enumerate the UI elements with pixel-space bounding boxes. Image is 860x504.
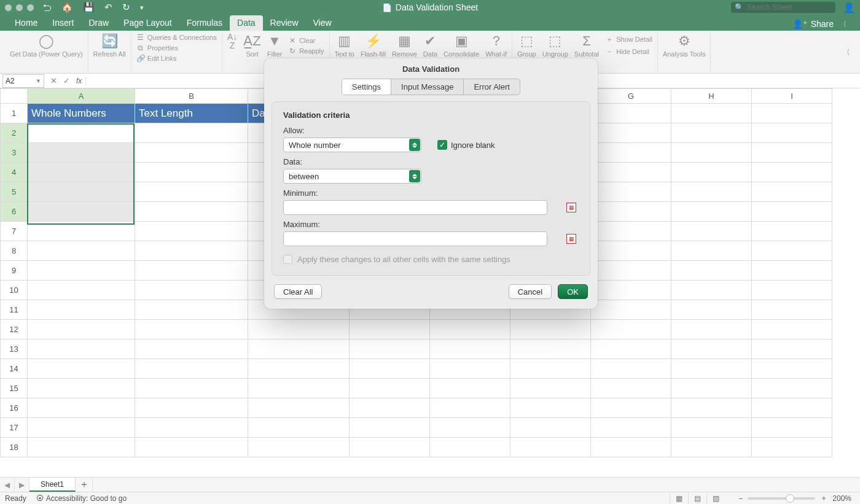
cell[interactable] <box>248 418 350 438</box>
row-header[interactable]: 11 <box>1 300 28 320</box>
window-controls[interactable] <box>5 4 34 11</box>
cell[interactable] <box>350 320 430 339</box>
row-header[interactable]: 2 <box>1 123 28 143</box>
cell[interactable] <box>135 222 248 241</box>
home-icon[interactable]: ⮌ <box>42 2 52 13</box>
ignore-blank-checkbox[interactable]: ✓Ignore blank <box>437 140 495 150</box>
col-header-H[interactable]: H <box>671 89 752 104</box>
cell[interactable]: Text Length <box>135 104 248 123</box>
cell[interactable] <box>591 398 671 418</box>
zoom-in-button[interactable]: ＋ <box>820 493 827 503</box>
sort-button[interactable]: A̲ZSort <box>243 33 260 58</box>
cell[interactable] <box>591 222 671 241</box>
cell[interactable] <box>135 379 248 398</box>
cell[interactable] <box>135 202 248 222</box>
consolidate-button[interactable]: ▣Consolidate <box>444 33 479 58</box>
row-header[interactable]: 7 <box>1 222 28 241</box>
cell[interactable] <box>135 418 248 438</box>
name-box[interactable]: A2▼ <box>2 74 44 88</box>
cell[interactable] <box>671 123 752 143</box>
cell[interactable] <box>671 202 752 222</box>
cell[interactable] <box>591 202 671 222</box>
cell[interactable] <box>248 359 350 379</box>
col-header-A[interactable]: A <box>28 89 135 104</box>
search-input[interactable] <box>747 3 832 12</box>
sheet-tab[interactable]: Sheet1 <box>29 478 76 492</box>
col-header-B[interactable]: B <box>135 89 248 104</box>
profile-icon[interactable]: 👤 <box>843 2 855 14</box>
fx-icon[interactable]: fx <box>76 77 86 85</box>
row-header[interactable]: 6 <box>1 202 28 222</box>
row-header[interactable]: 5 <box>1 182 28 202</box>
col-header-G[interactable]: G <box>591 89 671 104</box>
cell[interactable] <box>430 379 510 398</box>
cell[interactable] <box>671 281 752 300</box>
cell[interactable] <box>28 300 135 320</box>
row-header[interactable]: 10 <box>1 281 28 300</box>
remove-duplicates-button[interactable]: ▦Remove <box>392 33 417 58</box>
row-header[interactable]: 16 <box>1 398 28 418</box>
cell[interactable] <box>28 222 135 241</box>
tab-review[interactable]: Review <box>263 15 306 31</box>
row-header[interactable]: 4 <box>1 163 28 182</box>
row-header[interactable]: 12 <box>1 320 28 339</box>
reapply-button[interactable]: ↻Reapply <box>288 47 324 55</box>
save-icon[interactable]: 💾 <box>83 2 95 13</box>
cell[interactable] <box>752 104 832 123</box>
tab-page-layout[interactable]: Page Layout <box>116 15 179 31</box>
tab-view[interactable]: View <box>306 15 339 31</box>
chevron-updown-icon[interactable] <box>409 139 420 151</box>
dialog-tab-settings[interactable]: Settings <box>342 79 391 95</box>
share-button[interactable]: 👤⁺ Share 〈 <box>786 19 853 31</box>
cell[interactable] <box>135 241 248 261</box>
ok-button[interactable]: OK <box>558 284 588 299</box>
clear-all-button[interactable]: Clear All <box>274 284 322 299</box>
cell[interactable] <box>591 241 671 261</box>
cell[interactable] <box>28 261 135 281</box>
row-header[interactable]: 3 <box>1 143 28 163</box>
cell[interactable] <box>510 379 591 398</box>
cell[interactable] <box>430 339 510 359</box>
accessibility-status[interactable]: ⦿Accessibility: Good to go <box>36 494 127 503</box>
accept-formula-icon[interactable]: ✓ <box>63 76 70 85</box>
tab-draw[interactable]: Draw <box>81 15 116 31</box>
cell[interactable] <box>752 300 832 320</box>
cell[interactable] <box>671 339 752 359</box>
cell[interactable] <box>28 202 135 222</box>
cell[interactable] <box>752 398 832 418</box>
cell[interactable] <box>350 418 430 438</box>
group-button[interactable]: ⬚Group <box>517 33 536 58</box>
cell[interactable] <box>28 241 135 261</box>
cell[interactable] <box>591 359 671 379</box>
cell[interactable] <box>671 222 752 241</box>
cell[interactable] <box>752 123 832 143</box>
search-sheet[interactable]: 🔍 <box>731 2 835 13</box>
cell[interactable] <box>135 438 248 457</box>
cell[interactable] <box>752 339 832 359</box>
cell[interactable] <box>752 418 832 438</box>
dialog-tab-error-alert[interactable]: Error Alert <box>464 79 520 95</box>
row-header[interactable]: 18 <box>1 438 28 457</box>
row-header[interactable]: 13 <box>1 339 28 359</box>
row-header[interactable]: 1 <box>1 104 28 123</box>
cell[interactable] <box>430 398 510 418</box>
cell[interactable] <box>350 339 430 359</box>
cell[interactable] <box>28 359 135 379</box>
cell[interactable] <box>350 438 430 457</box>
minimum-input[interactable] <box>283 200 547 215</box>
zoom-out-button[interactable]: − <box>738 494 743 503</box>
hide-detail-button[interactable]: －Hide Detail <box>605 47 652 57</box>
row-header[interactable]: 9 <box>1 261 28 281</box>
cell[interactable] <box>752 182 832 202</box>
cell[interactable] <box>510 438 591 457</box>
cell[interactable] <box>28 320 135 339</box>
cell[interactable] <box>28 418 135 438</box>
chevron-down-icon[interactable]: ▼ <box>36 78 41 84</box>
show-detail-button[interactable]: ＋Show Detail <box>605 34 652 45</box>
cell[interactable] <box>28 398 135 418</box>
cell[interactable] <box>752 320 832 339</box>
cell[interactable] <box>135 339 248 359</box>
filter-button[interactable]: ▼Filter <box>267 33 282 58</box>
cell[interactable] <box>430 418 510 438</box>
cell[interactable] <box>248 339 350 359</box>
